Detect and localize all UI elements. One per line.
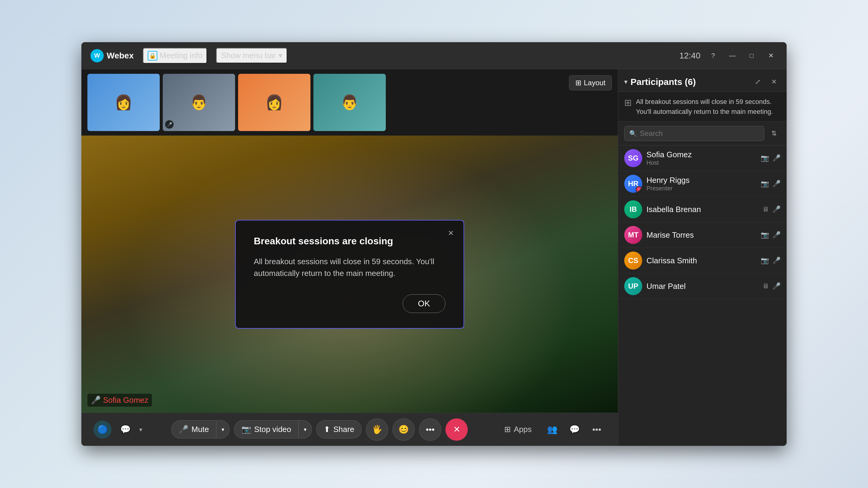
- close-panel-button[interactable]: ✕: [767, 75, 781, 89]
- participant-icons: 🖥 🎤: [762, 282, 781, 290]
- video-icon: 📷: [761, 154, 769, 162]
- participant-name: Henry Riggs: [647, 175, 756, 185]
- ok-button[interactable]: OK: [403, 294, 445, 313]
- participant-name: Umar Patel: [647, 282, 758, 291]
- more-button[interactable]: •••: [419, 418, 441, 441]
- help-button[interactable]: ?: [707, 49, 720, 62]
- participant-item: UP Umar Patel 🖥 🎤: [618, 273, 786, 299]
- apps-label: Apps: [514, 425, 532, 434]
- thumbnail-2[interactable]: 👨 🎤: [163, 74, 235, 131]
- chat-side-button[interactable]: 💬: [565, 421, 584, 438]
- title-bar-right: 12:40 ? — □ ✕: [679, 49, 778, 62]
- share-label: Share: [333, 425, 354, 434]
- participant-role: Presenter: [647, 185, 756, 192]
- more-options-button[interactable]: •••: [588, 421, 606, 438]
- stop-video-button[interactable]: 📷 Stop video: [234, 421, 299, 438]
- participants-button[interactable]: 👥: [543, 421, 561, 438]
- mic-icon-muted: 🎤: [772, 205, 781, 213]
- sort-button[interactable]: ⇅: [767, 127, 781, 140]
- mute-arrow-button[interactable]: ▾: [216, 421, 229, 438]
- apps-button[interactable]: ⊞ Apps: [497, 421, 539, 438]
- participant-icons: 🖥 🎤: [762, 205, 781, 213]
- participant-item: MT Marise Torres 📷 🎤: [618, 222, 786, 248]
- control-bar: 🔵 💬 ▾ 🎤 Mute ▾ 📷: [82, 413, 618, 446]
- thumbnail-person-2: 👨: [163, 74, 235, 131]
- screen-icon: 🖥: [762, 282, 769, 290]
- chat-button[interactable]: 💬: [116, 421, 134, 438]
- popout-button[interactable]: ⤢: [751, 75, 764, 89]
- share-group: ⬆ Share: [316, 420, 362, 438]
- participant-list: SG Sofia Gomez Host 📷 🎤 HR !: [618, 145, 786, 446]
- thumbnail-1[interactable]: 👩: [87, 74, 160, 131]
- maximize-button[interactable]: □: [745, 49, 758, 62]
- participants-panel: ▾ Participants (6) ⤢ ✕ ⊞ All breakout se…: [618, 69, 786, 446]
- participant-item: SG Sofia Gomez Host 📷 🎤: [618, 145, 786, 171]
- thumbnail-4[interactable]: 👨: [313, 74, 386, 131]
- participant-item: IB Isabella Brenan 🖥 🎤: [618, 197, 786, 222]
- layout-button[interactable]: ⊞ Layout: [569, 75, 612, 90]
- panel-title: Participants (6): [630, 77, 696, 87]
- meeting-info-label: Meeting info: [160, 51, 203, 60]
- show-menu-button[interactable]: Show menu bar ▾: [216, 48, 287, 63]
- dialog-title: Breakout sessions are closing: [254, 235, 445, 247]
- participant-icons: 📷 🎤: [761, 231, 781, 239]
- collapse-icon[interactable]: ▾: [624, 78, 627, 86]
- time-display: 12:40: [679, 51, 701, 61]
- title-bar: W Webex 🔒 Meeting info Show menu bar ▾ 1…: [82, 42, 786, 69]
- participant-info: Marise Torres: [647, 230, 756, 240]
- grid-icon: ⊞: [624, 97, 632, 108]
- video-icon: 📷: [761, 257, 769, 264]
- control-left: 🔵 💬 ▾: [93, 421, 142, 438]
- dialog-body: All breakout sessions will close in 59 s…: [254, 256, 445, 279]
- close-button[interactable]: ✕: [764, 49, 778, 62]
- layout-label: Layout: [584, 78, 606, 87]
- participant-item: HR ! Henry Riggs Presenter 📷 🎤: [618, 171, 786, 197]
- search-input[interactable]: [640, 129, 759, 138]
- chevron-down-icon: ▾: [278, 51, 282, 60]
- main-content: 👩 👨 🎤 👩 👨 ⊞ Layout: [82, 69, 786, 446]
- participant-role: Host: [647, 159, 756, 166]
- avatar-umar-patel: UP: [624, 277, 642, 295]
- share-icon: ⬆: [324, 425, 330, 434]
- thumbnail-3[interactable]: 👩: [238, 74, 310, 131]
- emoji-button[interactable]: 😊: [393, 418, 415, 441]
- avatar-henry-riggs: HR !: [624, 175, 642, 193]
- show-menu-label: Show menu bar: [221, 51, 276, 60]
- main-video: 🎤 Sofia Gomez ✕ Breakout sessions are cl…: [82, 135, 618, 413]
- avatar-img: CS: [624, 252, 642, 270]
- search-input-wrapper: 🔍: [624, 126, 764, 141]
- mute-button[interactable]: 🎤 Mute: [172, 421, 216, 438]
- webex-home-button[interactable]: 🔵: [93, 421, 112, 438]
- participant-name: Marise Torres: [647, 230, 756, 240]
- dialog-footer: OK: [254, 294, 445, 313]
- participant-icons: 📷 🎤: [761, 257, 781, 264]
- minimize-button[interactable]: —: [726, 49, 739, 62]
- participant-info: Isabella Brenan: [647, 205, 758, 214]
- dialog-close-button[interactable]: ✕: [444, 227, 458, 240]
- mic-icon-active: 🎤: [772, 154, 781, 162]
- share-button[interactable]: ⬆ Share: [316, 421, 361, 438]
- stop-video-group: 📷 Stop video ▾: [234, 420, 312, 438]
- app-window: W Webex 🔒 Meeting info Show menu bar ▾ 1…: [82, 42, 786, 446]
- reactions-button[interactable]: 🖐: [366, 418, 388, 441]
- thumbnail-person-3: 👩: [238, 74, 310, 131]
- mic-icon-muted: 🎤: [772, 282, 781, 290]
- stop-video-label: Stop video: [254, 425, 291, 434]
- end-call-button[interactable]: ✕: [445, 418, 468, 441]
- panel-title-area: ▾ Participants (6): [624, 77, 696, 87]
- video-icon: 📷: [761, 180, 769, 188]
- participant-info: Sofia Gomez Host: [647, 150, 756, 166]
- breakout-notification-text: All breakout sessions will close in 59 s…: [636, 97, 781, 117]
- thumbnail-person-4: 👨: [313, 74, 386, 131]
- participant-name: Clarissa Smith: [647, 256, 756, 265]
- meeting-info-button[interactable]: 🔒 Meeting info: [143, 48, 207, 64]
- participant-item: CS Clarissa Smith 📷 🎤: [618, 248, 786, 273]
- chevron-down-icon-chat: ▾: [139, 426, 142, 433]
- participant-icons: 📷 🎤: [761, 180, 781, 188]
- layout-icon: ⊞: [575, 78, 581, 87]
- avatar-img: IB: [624, 200, 642, 218]
- video-arrow-button[interactable]: ▾: [299, 421, 312, 438]
- search-icon: 🔍: [629, 130, 637, 137]
- avatar-marise-torres: MT: [624, 226, 642, 244]
- mic-icon-muted: 🎤: [772, 257, 781, 264]
